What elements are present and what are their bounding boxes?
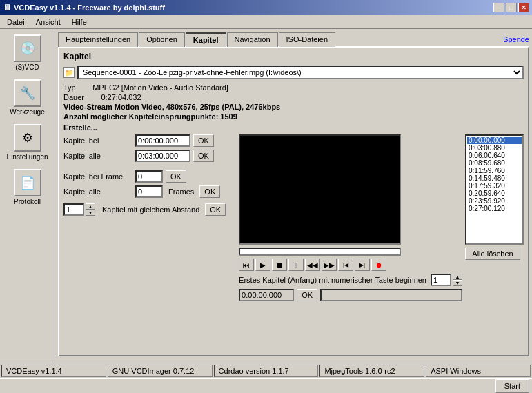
volume-slider[interactable]: [320, 289, 462, 301]
timecode-item[interactable]: 0:03:00.880: [467, 144, 522, 152]
kapitel-alle-input[interactable]: [135, 150, 190, 162]
frames-label: Frames: [168, 188, 194, 196]
tabs-container: Haupteinstellungen Optionen Kapitel Navi…: [58, 32, 529, 46]
menu-bar: Datei Ansicht Hilfe: [0, 15, 532, 29]
menu-datei[interactable]: Datei: [3, 17, 29, 28]
bottom-row: Erstes Kapitel (Anfang) mit numerischer …: [239, 274, 462, 286]
tab-navigation[interactable]: Navigation: [227, 32, 278, 47]
erstes-spin-down[interactable]: ▼: [453, 280, 462, 286]
timecode-item[interactable]: 0:11:59.760: [467, 167, 522, 174]
transport-fwd[interactable]: ▶▶: [322, 259, 337, 271]
kapitel-bei-frame-row: Kapitel bei Frame OK: [63, 170, 235, 183]
timecode-item[interactable]: 0:08:59.680: [467, 159, 522, 167]
kapitel-alle-frame-ok-button[interactable]: OK: [199, 185, 220, 198]
sidebar-label-svcd: (S)VCD: [15, 63, 39, 71]
dauer-value: 0:27:04.032: [101, 93, 141, 101]
kapitel-bei-frame-input[interactable]: [135, 170, 163, 183]
kapitel-alle-ok-button[interactable]: OK: [193, 150, 214, 162]
maximize-button[interactable]: □: [506, 3, 517, 12]
protokoll-icon: 📄: [14, 169, 41, 196]
timecode-item[interactable]: 0:20:59.640: [467, 190, 522, 197]
minimize-button[interactable]: ─: [493, 3, 504, 12]
erstes-spin-up[interactable]: ▲: [453, 274, 462, 280]
transport-record[interactable]: ⏺: [371, 259, 386, 271]
menu-ansicht[interactable]: Ansicht: [32, 17, 65, 28]
tab-iso-dateien[interactable]: ISO-Dateien: [279, 32, 336, 47]
sidebar-label-werkzeuge: Werkzeuge: [10, 108, 44, 116]
timecode-item[interactable]: 0:06:00.640: [467, 152, 522, 159]
status-item-0: VCDEasy v1.1.4: [1, 365, 106, 377]
menu-hilfe[interactable]: Hilfe: [68, 17, 91, 28]
status-item-4: ASPI Windows: [426, 365, 531, 377]
status-item-3: MjpegTools 1.6.0-rc2: [319, 365, 424, 377]
timecode-item[interactable]: 0:23:59.920: [467, 197, 522, 205]
transport-go-start[interactable]: ⏮: [239, 259, 254, 271]
file-icon: 📁: [63, 67, 75, 78]
kapitel-gleich-row: ▲ ▼ Kapitel mit gleichem Abstand OK: [63, 203, 235, 216]
sidebar-label-protokoll: Protokoll: [14, 198, 41, 205]
erstelle-label: Erstelle...: [63, 123, 524, 132]
spende-link[interactable]: Spende: [503, 35, 529, 46]
timecode-ok-button[interactable]: OK: [297, 289, 317, 301]
werkzeuge-icon: 🔧: [14, 79, 41, 107]
spin-up-button[interactable]: ▲: [86, 203, 95, 210]
sidebar-label-einstellungen: Einstellungen: [6, 153, 48, 161]
transport-play[interactable]: ▶: [255, 259, 270, 271]
main-panel: Kapitel 📁 Sequence-0001 - Zoo-Leipzig-pr…: [58, 46, 529, 356]
file-select[interactable]: Sequence-0001 - Zoo-Leipzig-privat-ohne-…: [77, 66, 524, 79]
window-title: VCDEasy v1.1.4 - Freeware by delphi.stuf…: [14, 3, 165, 12]
kapitel-gleich-ok-button[interactable]: OK: [205, 203, 226, 216]
transport-prev-frame[interactable]: |◀: [338, 259, 353, 271]
sidebar-item-werkzeuge[interactable]: 🔧 Werkzeuge: [3, 77, 52, 119]
progress-bar[interactable]: [239, 248, 401, 256]
two-col-layout: Kapitel bei OK Kapitel alle OK Kapitel b…: [63, 134, 524, 301]
sidebar-item-einstellungen[interactable]: ⚙ Einstellungen: [3, 121, 52, 163]
left-col: Kapitel bei OK Kapitel alle OK Kapitel b…: [63, 134, 235, 301]
timecode-item[interactable]: 0:17:59.320: [467, 182, 522, 190]
kapitel-bei-ok-button[interactable]: OK: [193, 134, 214, 147]
spin-down-button[interactable]: ▼: [86, 210, 95, 216]
status-item-1: GNU VCDImager 0.7.12: [108, 365, 213, 377]
content-area: Haupteinstellungen Optionen Kapitel Navi…: [55, 29, 532, 363]
timecode-row: 0:00:00.000 OK: [239, 289, 462, 301]
panel-title: Kapitel: [63, 52, 524, 61]
tab-optionen[interactable]: Optionen: [139, 32, 185, 47]
sidebar-item-protokoll[interactable]: 📄 Protokoll: [3, 166, 52, 208]
tab-kapitel[interactable]: Kapitel: [186, 32, 226, 47]
spin-buttons: ▲ ▼: [86, 203, 95, 216]
transport-next-frame[interactable]: ▶|: [355, 259, 370, 271]
kapitel-bei-frame-label: Kapitel bei Frame: [63, 172, 132, 181]
erstes-label: Erstes Kapitel (Anfang) mit numerischer …: [239, 276, 426, 284]
kapitel-alle-frame-row: Kapitel alle Frames OK: [63, 185, 235, 198]
start-button[interactable]: Start: [495, 379, 529, 393]
transport-rew[interactable]: ◀◀: [305, 259, 320, 271]
transport-controls: ⏮ ▶ ⏹ ⏸ ◀◀ ▶▶ |◀ ▶| ⏺: [239, 259, 462, 271]
timecode-item[interactable]: 0:00:00.000: [467, 137, 522, 144]
timecode-item[interactable]: 0:14:59.480: [467, 174, 522, 182]
timecode-item[interactable]: 0:27:00.120: [467, 205, 522, 212]
typ-label: Typ: [63, 83, 76, 92]
tabs: Haupteinstellungen Optionen Kapitel Navi…: [58, 32, 335, 46]
kapitel-bei-input[interactable]: [135, 134, 190, 147]
bottom-toolbar: Start: [0, 378, 532, 393]
timecode-list[interactable]: 0:00:00.0000:03:00.8800:06:00.6400:08:59…: [465, 134, 524, 245]
tab-haupteinstellungen[interactable]: Haupteinstellungen: [58, 32, 138, 47]
sidebar-item-svcd[interactable]: 💿 (S)VCD: [3, 32, 52, 74]
transport-stop[interactable]: ⏹: [272, 259, 287, 271]
erstes-input[interactable]: [431, 274, 451, 286]
close-button[interactable]: ✕: [518, 3, 529, 12]
dauer-label: Dauer: [63, 93, 84, 101]
spinner-input[interactable]: [63, 203, 84, 216]
kapitel-alle-frame-input[interactable]: [135, 185, 163, 198]
kapitel-bei-row: Kapitel bei OK: [63, 134, 235, 147]
typ-value: MPEG2 [Motion Video - Audio Standard]: [92, 83, 228, 92]
kapitel-bei-label: Kapitel bei: [63, 137, 132, 145]
video-preview: [239, 134, 401, 245]
transport-pause[interactable]: ⏸: [288, 259, 304, 271]
kapitel-alle-row: Kapitel alle OK: [63, 150, 235, 162]
alle-loeschen-button[interactable]: Alle löschen: [465, 248, 520, 260]
typ-row: Typ MPEG2 [Motion Video - Audio Standard…: [63, 83, 524, 92]
kapitel-bei-frame-ok-button[interactable]: OK: [166, 170, 186, 183]
right-side: ⏮ ▶ ⏹ ⏸ ◀◀ ▶▶ |◀ ▶| ⏺ Erstes Kapite: [239, 134, 524, 301]
kapitel-alle-frame-label: Kapitel alle: [63, 188, 132, 196]
